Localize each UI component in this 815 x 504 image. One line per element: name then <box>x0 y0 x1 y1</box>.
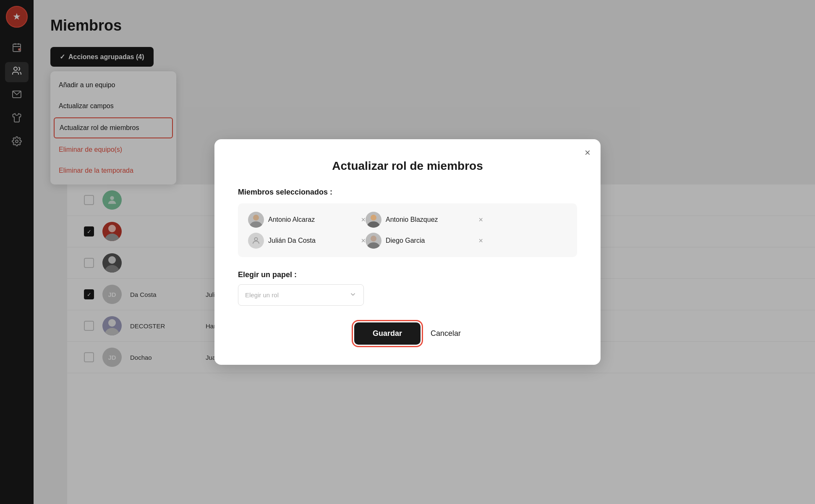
members-selected-label: Miembros seleccionados : <box>238 188 577 197</box>
member-chip-antonio-alcaraz: Antonio Alcaraz × <box>248 212 366 228</box>
modal: × Actualizar rol de miembros Miembros se… <box>214 139 601 365</box>
chip-remove-antonio-alcaraz[interactable]: × <box>361 216 366 224</box>
member-chip-diego-garcia: Diego Garcia × <box>366 233 483 249</box>
chip-name-antonio-blazquez: Antonio Blazquez <box>386 216 473 223</box>
avatar-diego-garcia <box>366 233 381 249</box>
chip-remove-julian-da-costa[interactable]: × <box>361 236 366 245</box>
role-section-label: Elegir un papel : <box>238 270 577 279</box>
save-button[interactable]: Guardar <box>354 322 421 345</box>
svg-point-20 <box>371 236 376 242</box>
role-select-placeholder: Elegir un rol <box>245 291 279 299</box>
modal-title: Actualizar rol de miembros <box>238 159 577 173</box>
cancel-button[interactable]: Cancelar <box>431 329 461 338</box>
chip-remove-antonio-blazquez[interactable]: × <box>478 216 483 224</box>
chip-name-julian-da-costa: Julián Da Costa <box>268 237 355 244</box>
svg-point-18 <box>371 215 376 221</box>
chevron-down-icon <box>349 291 357 299</box>
chip-name-diego-garcia: Diego Garcia <box>386 237 473 244</box>
role-select[interactable]: Elegir un rol <box>238 284 364 306</box>
modal-actions: Guardar Cancelar <box>238 322 577 345</box>
svg-point-19 <box>254 238 257 241</box>
avatar-antonio-alcaraz <box>248 212 264 228</box>
chip-name-antonio-alcaraz: Antonio Alcaraz <box>268 216 355 223</box>
member-chip-antonio-blazquez: Antonio Blazquez × <box>366 212 483 228</box>
svg-point-17 <box>253 215 259 221</box>
avatar-antonio-blazquez <box>366 212 381 228</box>
modal-overlay: × Actualizar rol de miembros Miembros se… <box>0 0 815 504</box>
modal-close-button[interactable]: × <box>585 148 590 158</box>
avatar-julian-da-costa <box>248 233 264 249</box>
members-box: Antonio Alcaraz × Antonio Blazquez × Jul… <box>238 203 577 257</box>
chip-remove-diego-garcia[interactable]: × <box>478 236 483 245</box>
member-chip-julian-da-costa: Julián Da Costa × <box>248 233 366 249</box>
